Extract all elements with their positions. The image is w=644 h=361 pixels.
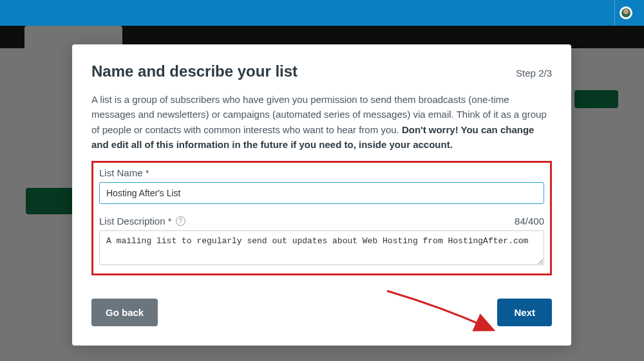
list-desc-label-row: List Description * ? 84/400 xyxy=(99,216,544,230)
modal-header: Name and describe your list Step 2/3 xyxy=(91,62,552,80)
list-desc-label-text: List Description * xyxy=(99,216,172,227)
go-back-button[interactable]: Go back xyxy=(91,299,158,326)
avatar[interactable] xyxy=(620,6,632,19)
modal-description: A list is a group of subscribers who hav… xyxy=(91,92,552,152)
step-indicator: Step 2/3 xyxy=(516,68,552,79)
modal-title: Name and describe your list xyxy=(91,62,298,80)
help-icon[interactable]: ? xyxy=(176,216,185,226)
top-bar-divider xyxy=(614,0,615,26)
top-bar xyxy=(0,0,644,26)
list-desc-input[interactable] xyxy=(99,230,544,265)
list-name-label: List Name * xyxy=(99,167,544,178)
list-name-input[interactable] xyxy=(99,182,544,204)
avatar-image xyxy=(621,8,630,17)
list-desc-label: List Description * ? xyxy=(99,216,185,227)
modal-footer: Go back Next xyxy=(91,299,552,326)
char-count: 84/400 xyxy=(515,216,544,227)
create-list-modal: Name and describe your list Step 2/3 A l… xyxy=(72,44,571,346)
form-highlight-box: List Name * List Description * ? 84/400 xyxy=(91,161,552,275)
next-button[interactable]: Next xyxy=(497,299,552,326)
